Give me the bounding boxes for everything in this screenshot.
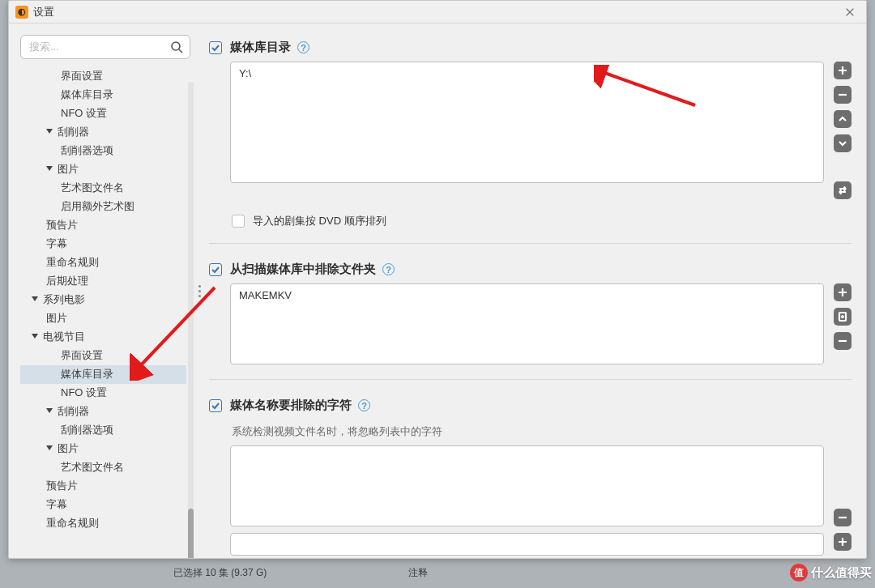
remove-char-button[interactable] <box>834 509 852 526</box>
sidebar-item-label: 图片 <box>58 162 79 177</box>
dialog-body: 界面设置媒体库目录NFO 设置刮削器刮削器选项图片艺术图文件名启用额外艺术图预告… <box>9 23 866 558</box>
plus-icon <box>838 288 847 297</box>
remove-exclude-button[interactable] <box>834 332 852 350</box>
sidebar-item[interactable]: NFO 设置 <box>20 384 186 403</box>
sidebar-item[interactable]: 刮削器选项 <box>20 421 186 440</box>
help-icon[interactable]: ? <box>358 399 370 411</box>
plus-icon <box>838 537 847 547</box>
sidebar-item[interactable]: 媒体库目录 <box>20 365 186 384</box>
add-dir-button[interactable] <box>834 62 852 79</box>
remove-dir-button[interactable] <box>834 86 852 104</box>
sidebar-item[interactable]: 电视节目 <box>20 328 186 347</box>
section-exclude-chars-header: 媒体名称要排除的字符 ? <box>209 398 852 413</box>
scrollbar-track[interactable] <box>188 82 194 550</box>
sidebar-item[interactable]: 字幕 <box>20 235 186 254</box>
swap-icon <box>838 185 847 195</box>
plus-icon <box>838 66 847 75</box>
sidebar-item-label: 刮削器选项 <box>61 423 113 437</box>
watermark-logo: 值 <box>790 564 808 582</box>
swap-button[interactable] <box>834 181 852 199</box>
add-char-input[interactable] <box>230 533 824 556</box>
move-up-button[interactable] <box>834 110 852 128</box>
sidebar-item-label: 艺术图文件名 <box>61 460 124 475</box>
import-exclude-button[interactable] <box>834 308 852 326</box>
sidebar-item[interactable]: 图片 <box>20 440 186 458</box>
section-title: 媒体库目录 <box>230 40 291 55</box>
dvd-order-checkbox[interactable] <box>232 215 245 228</box>
sidebar-item[interactable]: 启用额外艺术图 <box>20 198 186 216</box>
close-button[interactable] <box>840 2 860 22</box>
search-input[interactable] <box>28 40 170 53</box>
sidebar-item[interactable]: 艺术图文件名 <box>20 179 186 198</box>
help-icon[interactable]: ? <box>382 263 395 275</box>
scrollbar-thumb[interactable] <box>188 509 194 558</box>
sidebar-item[interactable]: 刮削器 <box>20 403 186 421</box>
add-exclude-button[interactable] <box>834 283 852 301</box>
window-title: 设置 <box>33 5 54 19</box>
chevron-up-icon <box>838 114 847 124</box>
sidebar-item[interactable]: 刮削器选项 <box>20 142 186 160</box>
divider <box>209 379 852 380</box>
sidebar-item[interactable]: NFO 设置 <box>20 104 186 123</box>
splitter[interactable] <box>195 23 204 558</box>
watermark-text: 什么值得买 <box>811 565 872 581</box>
sidebar-item[interactable]: 图片 <box>20 309 186 328</box>
media-dirs-list[interactable]: Y:\ <box>230 62 824 183</box>
minus-icon <box>838 336 847 346</box>
sidebar-item[interactable]: 重命名规则 <box>20 514 186 533</box>
sidebar-item[interactable]: 图片 <box>20 160 186 179</box>
sidebar-item-label: 重命名规则 <box>46 516 99 530</box>
check-icon <box>211 265 220 275</box>
exclude-chars-list[interactable] <box>230 445 824 526</box>
sidebar-item-label: 媒体库目录 <box>61 367 113 381</box>
search-icon <box>170 40 183 53</box>
add-char-row <box>209 533 852 556</box>
nav-tree[interactable]: 界面设置媒体库目录NFO 设置刮削器刮削器选项图片艺术图文件名启用额外艺术图预告… <box>20 67 195 558</box>
status-notes: 注释 <box>408 566 428 580</box>
sidebar-item-label: 刮削器选项 <box>61 143 113 158</box>
chevron-down-icon <box>46 129 53 134</box>
chevron-down-icon <box>32 296 38 301</box>
sidebar-item[interactable]: 界面设置 <box>20 347 186 365</box>
sidebar-item[interactable]: 预告片 <box>20 477 186 496</box>
sidebar-item-label: NFO 设置 <box>61 386 107 400</box>
list-item[interactable]: Y:\ <box>239 67 815 79</box>
section-title: 从扫描媒体库中排除文件夹 <box>230 262 376 277</box>
collapse-toggle[interactable] <box>209 263 222 276</box>
sidebar-item[interactable]: 界面设置 <box>20 67 186 86</box>
sidebar-item[interactable]: 媒体库目录 <box>20 86 186 104</box>
sidebar-item[interactable]: 重命名规则 <box>20 254 186 272</box>
sidebar-item-label: 字幕 <box>46 497 67 512</box>
list-item[interactable]: MAKEMKV <box>239 289 815 301</box>
sidebar-item[interactable]: 预告片 <box>20 216 186 235</box>
sidebar-item-label: 预告片 <box>46 479 78 493</box>
divider <box>209 243 852 244</box>
search-field[interactable] <box>20 35 190 59</box>
minus-icon <box>838 90 847 100</box>
sidebar-item-label: 重命名规则 <box>46 255 99 270</box>
exclude-folders-list[interactable]: MAKEMKV <box>230 283 824 364</box>
sidebar-item[interactable]: 后期处理 <box>20 272 186 291</box>
sidebar-item[interactable]: 系列电影 <box>20 291 186 309</box>
chevron-down-icon <box>838 138 847 148</box>
svg-point-0 <box>172 42 180 50</box>
collapse-toggle[interactable] <box>209 399 222 412</box>
sidebar-item-label: 图片 <box>58 441 79 456</box>
sidebar-item[interactable]: 艺术图文件名 <box>20 458 186 477</box>
sidebar-item-label: 预告片 <box>46 218 78 232</box>
add-char-button[interactable] <box>834 533 852 551</box>
file-plus-icon <box>838 312 847 322</box>
move-down-button[interactable] <box>834 134 852 152</box>
sidebar-item-label: 界面设置 <box>61 69 103 83</box>
section-title: 媒体名称要排除的字符 <box>230 398 352 413</box>
sidebar-item[interactable]: 刮削器 <box>20 123 186 142</box>
sidebar-item[interactable]: 字幕 <box>20 496 186 514</box>
collapse-toggle[interactable] <box>209 41 222 54</box>
sidebar-item-label: 字幕 <box>46 236 67 251</box>
sidebar-item-label: 界面设置 <box>61 348 103 363</box>
media-dirs-row: Y:\ <box>209 62 852 199</box>
sidebar-item-label: NFO 设置 <box>61 106 107 121</box>
section-exclude-folders-header: 从扫描媒体库中排除文件夹 ? <box>209 262 852 277</box>
chevron-down-icon <box>46 408 53 413</box>
help-icon[interactable]: ? <box>297 41 309 53</box>
